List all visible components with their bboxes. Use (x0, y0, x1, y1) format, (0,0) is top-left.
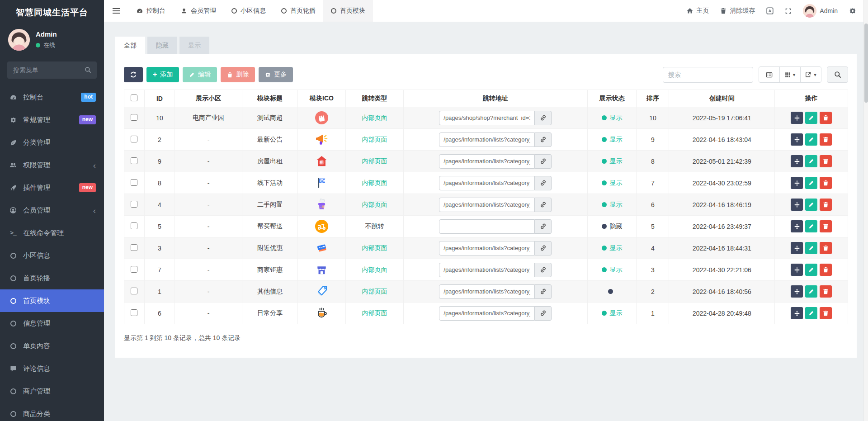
nav-tab-console[interactable]: 控制台 (129, 0, 173, 22)
drag-sort-button[interactable] (791, 307, 803, 319)
row-checkbox[interactable] (131, 136, 137, 142)
header-title[interactable]: 模块标题 (242, 90, 297, 107)
url-input[interactable] (439, 219, 535, 234)
row-edit-button[interactable] (805, 112, 817, 124)
clear-cache-button[interactable]: 清除缓存 (720, 7, 755, 15)
settings-button[interactable] (849, 7, 856, 14)
url-input[interactable] (439, 176, 535, 190)
add-button[interactable]: +添加 (146, 67, 179, 82)
link-button[interactable] (535, 132, 552, 147)
row-edit-button[interactable] (805, 285, 817, 298)
row-delete-button[interactable] (820, 177, 832, 189)
home-link[interactable]: 主页 (687, 7, 709, 15)
row-delete-button[interactable] (820, 155, 832, 167)
edit-button[interactable]: 编辑 (183, 67, 217, 82)
url-input[interactable] (439, 198, 535, 212)
row-edit-button[interactable] (805, 307, 817, 319)
header-community[interactable]: 展示小区 (175, 90, 242, 107)
sidebar-item-merchant[interactable]: 商户管理 (0, 380, 104, 402)
fullscreen-button[interactable] (785, 8, 792, 14)
sidebar-item-page-content[interactable]: 单页内容 (0, 335, 104, 357)
tab-all[interactable]: 全部 (115, 37, 145, 54)
nav-tab-banner[interactable]: 首页轮播 (274, 0, 323, 22)
nav-tab-home-module[interactable]: 首页模块 (323, 0, 373, 22)
sidebar-item-comments[interactable]: 评论信息 (0, 357, 104, 380)
row-edit-button[interactable] (805, 199, 817, 211)
sidebar-item-category[interactable]: 分类管理 (0, 131, 104, 154)
row-delete-button[interactable] (820, 112, 832, 124)
drag-sort-button[interactable] (791, 177, 803, 189)
sidebar-item-home-module[interactable]: 首页模块 (0, 289, 104, 312)
row-delete-button[interactable] (820, 220, 832, 232)
sidebar-item-goods-category[interactable]: 商品分类 (0, 402, 104, 421)
row-delete-button[interactable] (820, 307, 832, 319)
row-edit-button[interactable] (805, 264, 817, 276)
header-ico[interactable]: 模块ICO (298, 90, 346, 107)
link-button[interactable] (535, 154, 552, 169)
url-input[interactable] (439, 111, 535, 125)
drag-sort-button[interactable] (791, 155, 803, 167)
tab-shown[interactable]: 显示 (179, 37, 209, 54)
header-jump-type[interactable]: 跳转类型 (345, 90, 403, 107)
row-delete-button[interactable] (820, 242, 832, 254)
link-button[interactable] (535, 241, 552, 255)
header-status[interactable]: 展示状态 (587, 90, 637, 107)
row-edit-button[interactable] (805, 177, 817, 189)
header-created[interactable]: 创建时间 (669, 90, 775, 107)
link-button[interactable] (535, 176, 552, 190)
nav-tab-community-info[interactable]: 小区信息 (224, 0, 274, 22)
row-checkbox[interactable] (131, 288, 137, 294)
row-checkbox[interactable] (131, 222, 137, 229)
language-button[interactable] (766, 7, 774, 14)
sidebar-item-command[interactable]: >_ 在线命令管理 (0, 222, 104, 244)
row-checkbox[interactable] (131, 157, 137, 164)
drag-sort-button[interactable] (791, 242, 803, 254)
row-delete-button[interactable] (820, 264, 832, 276)
sidebar-item-addon[interactable]: 插件管理 new (0, 176, 104, 199)
row-checkbox[interactable] (131, 266, 137, 273)
sidebar-item-auth[interactable]: 权限管理 ‹ (0, 154, 104, 176)
row-delete-button[interactable] (820, 285, 832, 298)
drag-sort-button[interactable] (791, 285, 803, 298)
detail-view-button[interactable] (759, 66, 780, 83)
row-checkbox[interactable] (131, 201, 137, 208)
header-id[interactable]: ID (144, 90, 175, 107)
row-edit-button[interactable] (805, 155, 817, 167)
row-edit-button[interactable] (805, 133, 817, 146)
link-button[interactable] (535, 306, 552, 321)
url-input[interactable] (439, 132, 535, 147)
link-button[interactable] (535, 198, 552, 212)
header-sort[interactable]: 排序 (637, 90, 669, 107)
columns-button[interactable]: ▾ (779, 66, 801, 83)
row-edit-button[interactable] (805, 220, 817, 232)
url-input[interactable] (439, 263, 535, 277)
more-button[interactable]: 更多 (259, 67, 293, 82)
drag-sort-button[interactable] (791, 133, 803, 146)
link-button[interactable] (535, 111, 552, 125)
row-checkbox[interactable] (131, 114, 137, 121)
url-input[interactable] (439, 154, 535, 169)
table-search-input[interactable] (663, 67, 753, 83)
row-checkbox[interactable] (131, 179, 137, 186)
sidebar-item-information[interactable]: 信息管理 (0, 312, 104, 335)
user-panel[interactable]: Admin 在线 (0, 25, 104, 58)
drag-sort-button[interactable] (791, 220, 803, 232)
search-submit-button[interactable] (827, 66, 848, 83)
drag-sort-button[interactable] (791, 112, 803, 124)
url-input[interactable] (439, 241, 535, 255)
nav-tab-member[interactable]: 会员管理 (173, 0, 224, 22)
drag-sort-button[interactable] (791, 199, 803, 211)
sidebar-item-general[interactable]: 常规管理 new (0, 109, 104, 131)
sidebar-item-community-info[interactable]: 小区信息 (0, 244, 104, 267)
sidebar-item-console[interactable]: 控制台 hot (0, 86, 104, 109)
drag-sort-button[interactable] (791, 264, 803, 276)
link-button[interactable] (535, 284, 552, 299)
tab-hidden[interactable]: 隐藏 (147, 37, 177, 54)
sidebar-item-banner[interactable]: 首页轮播 (0, 267, 104, 289)
row-edit-button[interactable] (805, 242, 817, 254)
delete-button[interactable]: 删除 (221, 67, 255, 82)
sidebar-item-member[interactable]: 会员管理 ‹ (0, 199, 104, 222)
url-input[interactable] (439, 306, 535, 321)
row-delete-button[interactable] (820, 199, 832, 211)
export-button[interactable]: ▾ (800, 66, 821, 83)
